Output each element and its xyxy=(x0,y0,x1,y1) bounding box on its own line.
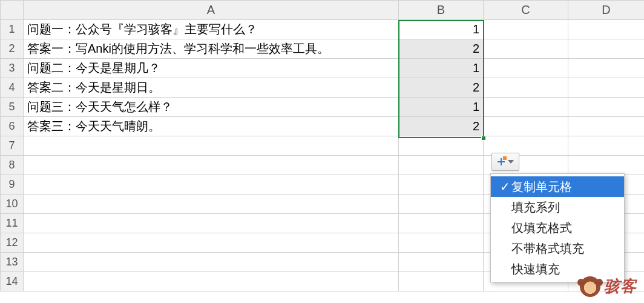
row-4: 4 答案二：今天是星期日。 2 xyxy=(1,78,645,98)
col-header-C[interactable]: C xyxy=(484,1,568,20)
cell-C1[interactable] xyxy=(484,20,568,39)
row-8: 8 xyxy=(1,156,645,175)
cell-B10[interactable] xyxy=(399,195,484,214)
cell-B5[interactable]: 1 xyxy=(399,98,484,117)
menu-item-flash-fill[interactable]: ✓ 快速填充 xyxy=(491,259,624,279)
cell-C2[interactable] xyxy=(484,39,568,59)
cell-C4[interactable] xyxy=(484,78,568,98)
menu-item-label: 不带格式填充 xyxy=(511,241,584,257)
cell-D1[interactable] xyxy=(568,20,645,39)
cell-A8[interactable] xyxy=(24,156,399,175)
cell-B8[interactable] xyxy=(399,156,484,175)
menu-item-label: 填充系列 xyxy=(511,199,560,216)
row-header-8[interactable]: 8 xyxy=(1,156,24,175)
cell-D6[interactable] xyxy=(568,117,645,136)
row-header-4[interactable]: 4 xyxy=(1,78,24,98)
cell-B7[interactable] xyxy=(399,136,484,156)
cell-D5[interactable] xyxy=(568,98,645,117)
cell-C6[interactable] xyxy=(484,117,568,136)
menu-item-label: 复制单元格 xyxy=(511,179,572,195)
check-icon: ✓ xyxy=(498,200,511,215)
check-icon: ✓ xyxy=(498,241,511,256)
cell-B13[interactable] xyxy=(399,253,484,272)
col-header-A[interactable]: A xyxy=(24,1,399,20)
autofill-options-button[interactable] xyxy=(491,153,519,171)
row-1: 1 问题一：公众号『学习骇客』主要写什么？ 1 xyxy=(1,20,645,39)
row-header-11[interactable]: 11 xyxy=(1,214,24,233)
col-header-B[interactable]: B xyxy=(399,1,484,20)
cell-A14[interactable] xyxy=(24,272,399,291)
row-header-3[interactable]: 3 xyxy=(1,59,24,78)
cell-A3[interactable]: 问题二：今天是星期几？ xyxy=(24,59,399,78)
cell-A1[interactable]: 问题一：公众号『学习骇客』主要写什么？ xyxy=(24,20,399,39)
row-7: 7 xyxy=(1,136,645,156)
cell-A2[interactable]: 答案一：写Anki的使用方法、学习科学和一些效率工具。 xyxy=(24,39,399,59)
check-icon: ✓ xyxy=(498,221,511,235)
cell-B4[interactable]: 2 xyxy=(399,78,484,98)
cell-A12[interactable] xyxy=(24,233,399,253)
row-header-10[interactable]: 10 xyxy=(1,195,24,214)
row-header-2[interactable]: 2 xyxy=(1,39,24,59)
row-3: 3 问题二：今天是星期几？ 1 xyxy=(1,59,645,78)
cell-A6[interactable]: 答案三：今天天气晴朗。 xyxy=(24,117,399,136)
menu-item-label: 仅填充格式 xyxy=(511,220,572,236)
cell-D4[interactable] xyxy=(568,78,645,98)
cell-D7[interactable] xyxy=(568,136,645,156)
menu-item-fill-formatting-only[interactable]: ✓ 仅填充格式 xyxy=(491,218,624,238)
cell-D8[interactable] xyxy=(568,156,645,175)
cell-C5[interactable] xyxy=(484,98,568,117)
row-header-12[interactable]: 12 xyxy=(1,233,24,253)
row-header-14[interactable]: 14 xyxy=(1,272,24,291)
autofill-options-menu: ✓ 复制单元格 ✓ 填充系列 ✓ 仅填充格式 ✓ 不带格式填充 ✓ 快速填充 xyxy=(490,173,625,282)
select-all-corner[interactable] xyxy=(1,1,24,20)
check-icon: ✓ xyxy=(498,179,511,194)
cell-A4[interactable]: 答案二：今天是星期日。 xyxy=(24,78,399,98)
row-2: 2 答案一：写Anki的使用方法、学习科学和一些效率工具。 2 xyxy=(1,39,645,59)
cell-B2[interactable]: 2 xyxy=(399,39,484,59)
cell-A10[interactable] xyxy=(24,195,399,214)
menu-item-label: 快速填充 xyxy=(511,261,560,278)
cell-C3[interactable] xyxy=(484,59,568,78)
row-header-13[interactable]: 13 xyxy=(1,253,24,272)
row-6: 6 答案三：今天天气晴朗。 2 xyxy=(1,117,645,136)
cell-B9[interactable] xyxy=(399,175,484,195)
cell-A11[interactable] xyxy=(24,214,399,233)
row-5: 5 问题三：今天天气怎么样？ 1 xyxy=(1,98,645,117)
spreadsheet-view: A B C D 1 问题一：公众号『学习骇客』主要写什么？ 1 2 答案一：写A… xyxy=(0,0,644,303)
cell-B6[interactable]: 2 xyxy=(399,117,484,136)
cell-B12[interactable] xyxy=(399,233,484,253)
cell-B1[interactable]: 1 xyxy=(399,20,484,39)
row-header-9[interactable]: 9 xyxy=(1,175,24,195)
row-header-5[interactable]: 5 xyxy=(1,98,24,117)
cell-B11[interactable] xyxy=(399,214,484,233)
cell-D3[interactable] xyxy=(568,59,645,78)
row-header-1[interactable]: 1 xyxy=(1,20,24,39)
chevron-down-icon xyxy=(508,160,514,164)
row-header-7[interactable]: 7 xyxy=(1,136,24,156)
cell-A7[interactable] xyxy=(24,136,399,156)
menu-item-fill-series[interactable]: ✓ 填充系列 xyxy=(491,197,624,218)
col-header-D[interactable]: D xyxy=(568,1,645,20)
menu-item-copy-cells[interactable]: ✓ 复制单元格 xyxy=(491,176,624,197)
cell-B14[interactable] xyxy=(399,272,484,291)
cell-A9[interactable] xyxy=(24,175,399,195)
row-header-6[interactable]: 6 xyxy=(1,117,24,136)
cell-B3[interactable]: 1 xyxy=(399,59,484,78)
autofill-plus-icon xyxy=(497,158,505,166)
cell-A5[interactable]: 问题三：今天天气怎么样？ xyxy=(24,98,399,117)
check-icon: ✓ xyxy=(498,262,511,276)
cell-D2[interactable] xyxy=(568,39,645,59)
menu-item-fill-without-formatting[interactable]: ✓ 不带格式填充 xyxy=(491,238,624,259)
cell-A13[interactable] xyxy=(24,253,399,272)
